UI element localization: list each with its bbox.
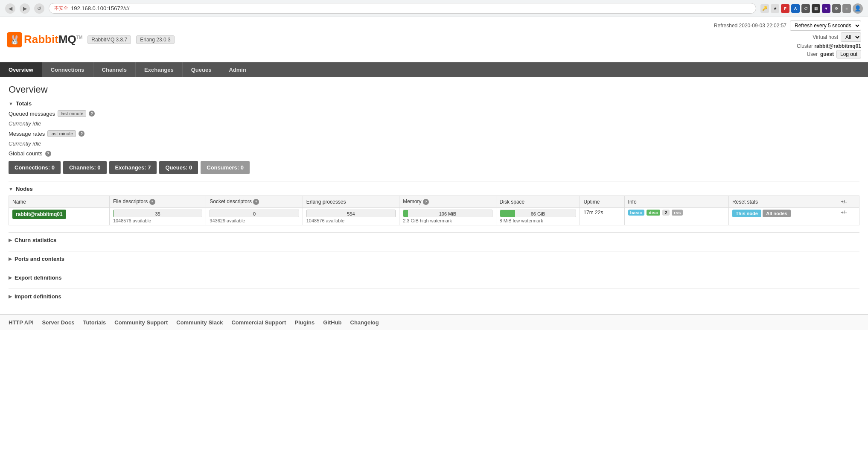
extension-icons: 🔑 ★ F A ⏱ ▦ ▼ ⚙ ≡ 👤 [760,3,863,14]
churn-statistics-arrow: ▶ [9,237,12,243]
cluster-label: Cluster [797,43,813,49]
import-definitions-title: Import definitions [15,293,61,300]
memory-sub: 2.3 GiB high watermark [403,218,492,223]
totals-section: ▼ Totals Queued messages last minute ? C… [9,100,859,174]
file-descriptors-cell: 35 1048576 available [109,208,206,225]
node-name: rabbit@rabbitmq01 [12,210,66,219]
tab-connections[interactable]: Connections [42,62,93,77]
queues-count-btn[interactable]: Queues: 0 [159,161,198,174]
refresh-row: Refreshed 2020-09-03 22:02:57 Refresh ev… [714,20,861,31]
col-plus-minus[interactable]: +/- [837,196,859,208]
plus-minus-toggle[interactable]: +/- [841,210,847,216]
ports-contexts-arrow: ▶ [9,256,12,262]
logo-area: 🐰 RabbitMQTM RabbitMQ 3.8.7 Erlang 23.0.… [7,32,175,47]
tab-queues[interactable]: Queues [183,62,221,77]
queued-messages-label: Queued messages [9,111,55,117]
tab-exchanges[interactable]: Exchanges [136,62,183,77]
info-tag-disc[interactable]: disc [647,210,660,216]
export-definitions-arrow: ▶ [9,275,12,280]
main-content: Overview ▼ Totals Queued messages last m… [0,77,868,314]
socket-descriptors-help[interactable]: ? [253,199,259,205]
logo-mq-text: MQ [58,33,76,46]
col-socket-descriptors: Socket descriptors ? [206,196,303,208]
logo-rabbit-icon: 🐰 [9,35,20,45]
logo[interactable]: 🐰 RabbitMQTM [7,32,82,47]
footer-link-plugins[interactable]: Plugins [294,319,315,326]
tab-channels[interactable]: Channels [93,62,136,77]
erlang-processes-value: 554 [307,210,395,218]
back-button[interactable]: ◀ [5,3,15,14]
forward-button[interactable]: ▶ [20,3,30,14]
logo-rabbit-text: Rabbit [24,33,58,46]
nodes-title: Nodes [16,186,33,192]
this-node-button[interactable]: This node [732,210,761,217]
connections-count-btn[interactable]: Connections: 0 [9,161,61,174]
info-tag-count[interactable]: 2 [662,210,669,216]
user-row: User guest Log out [714,50,861,58]
tab-admin[interactable]: Admin [220,62,255,77]
global-counts-line: Global counts ? [9,150,859,157]
url-display: 192.168.0.100:15672/#/ [71,5,129,12]
footer-link-community-slack[interactable]: Community Slack [176,319,223,326]
info-tag-rss[interactable]: rss [672,210,683,216]
user-avatar: 👤 [853,3,863,14]
global-counts-help[interactable]: ? [45,151,51,157]
reload-button[interactable]: ↺ [34,3,44,14]
logout-button[interactable]: Log out [836,50,861,58]
footer-link-commercial-support[interactable]: Commercial Support [231,319,286,326]
footer-link-changelog[interactable]: Changelog [350,319,379,326]
nodes-header[interactable]: ▼ Nodes [9,186,859,192]
message-rates-badge: last minute [47,130,76,137]
memory-bar: 106 MiB [403,210,492,217]
channels-count-btn[interactable]: Channels: 0 [63,161,107,174]
header-right: Refreshed 2020-09-03 22:02:57 Refresh ev… [714,20,861,58]
memory-help[interactable]: ? [423,199,429,205]
reset-stats-cell: This node All nodes [728,208,837,225]
tab-overview[interactable]: Overview [0,62,42,77]
footer-link-community-support[interactable]: Community Support [114,319,168,326]
address-bar[interactable]: 不安全 192.168.0.100:15672/#/ [49,3,756,14]
logo-tm: TM [76,35,82,40]
churn-statistics-header[interactable]: ▶ Churn statistics [9,237,859,243]
ext-icon-6: ⚙ [832,4,841,13]
all-nodes-button[interactable]: All nodes [763,210,791,217]
currently-idle-2-row: Currently idle [9,140,859,147]
exchanges-count-btn[interactable]: Exchanges: 7 [109,161,157,174]
erlang-processes-available: 1048576 available [306,218,396,223]
user-name: guest [820,51,834,57]
currently-idle-2: Currently idle [9,140,41,147]
cluster-name: rabbit@rabbitmq01 [814,43,861,49]
star-icon: ★ [771,4,779,13]
ext-icon-7: ≡ [842,4,851,13]
col-uptime: Uptime [580,196,624,208]
export-definitions-header[interactable]: ▶ Export definitions [9,274,859,281]
browser-chrome: ◀ ▶ ↺ 不安全 192.168.0.100:15672/#/ 🔑 ★ F A… [0,0,868,17]
disk-space-sub: 8 MiB low watermark [500,218,577,223]
nodes-table: Name File descriptors ? Socket descripto… [9,195,859,225]
footer-link-http-api[interactable]: HTTP API [9,319,34,326]
consumers-count-btn[interactable]: Consumers: 0 [201,161,250,174]
ext-icon-2: A [791,4,800,13]
message-rates-row: Message rates last minute ? [9,130,859,137]
nodes-section: ▼ Nodes Name File descriptors ? Socket d… [9,186,859,225]
footer-link-server-docs[interactable]: Server Docs [42,319,75,326]
security-warning: 不安全 [54,5,68,12]
ports-contexts-header[interactable]: ▶ Ports and contexts [9,256,859,262]
queued-messages-help[interactable]: ? [89,111,95,117]
import-definitions-header[interactable]: ▶ Import definitions [9,293,859,300]
logo-text: RabbitMQTM [24,33,82,46]
plus-minus-cell: +/- [837,208,859,225]
totals-header[interactable]: ▼ Totals [9,100,859,107]
info-tag-basic[interactable]: basic [628,210,644,216]
message-rates-help[interactable]: ? [79,131,84,137]
footer-link-github[interactable]: GitHub [323,319,341,326]
ext-icon-1: F [781,4,789,13]
vhost-row: Virtual host All [714,32,861,42]
totals-arrow: ▼ [9,101,13,106]
refresh-select[interactable]: Refresh every 5 seconds Every 10 seconds… [790,20,861,31]
col-memory: Memory ? [399,196,496,208]
counts-row: Connections: 0 Channels: 0 Exchanges: 7 … [9,161,859,174]
vhost-select[interactable]: All [841,32,861,42]
footer-link-tutorials[interactable]: Tutorials [83,319,106,326]
file-descriptors-help[interactable]: ? [149,199,155,205]
